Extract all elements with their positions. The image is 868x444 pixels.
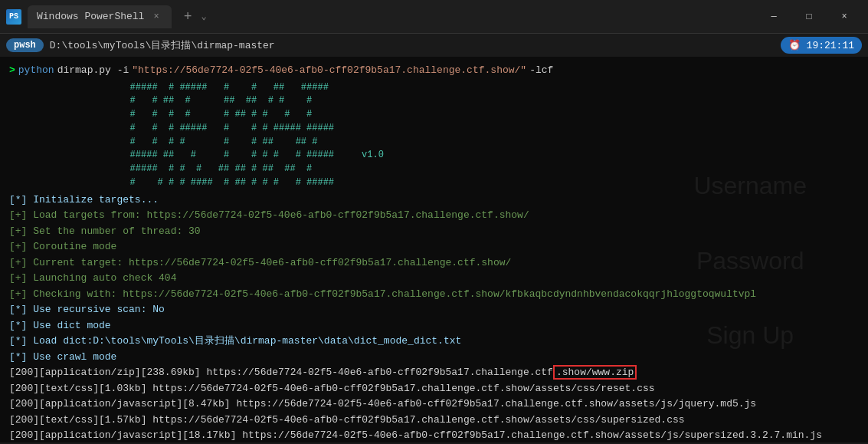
log-auto-check: [+] Launching auto check 404 <box>9 271 859 286</box>
title-bar: PS Windows PowerShell × + ⌄ ─ □ × <box>0 0 868 34</box>
app-icon: PS <box>6 9 21 25</box>
path-bar: pwsh D:\tools\myTools\目录扫描\dirmap-master… <box>0 34 868 57</box>
terminal-body[interactable]: Username Password Sign Up > python dirma… <box>0 57 868 442</box>
log-result-supersized-js: [200][application/javascript][18.17kb] h… <box>9 428 859 442</box>
tab-close-button[interactable]: × <box>150 10 162 24</box>
shell-label: pwsh <box>6 38 44 52</box>
log-result-jquery: [200][application/javascript][8.47kb] ht… <box>9 396 859 412</box>
log-result-supersized-css: [200][text/css][1.57kb] https://56de7724… <box>9 413 859 428</box>
close-button[interactable]: × <box>827 0 862 34</box>
tab-dropdown-button[interactable]: ⌄ <box>201 11 206 22</box>
log-result-zip: [200][application/zip][238.69kb] https:/… <box>9 365 859 380</box>
prompt-arrow: > <box>9 63 15 78</box>
log-checking: [+] Checking with: https://56de7724-02f5… <box>9 287 859 302</box>
log-init: [*] Initialize targets... <box>9 192 859 208</box>
maximize-button[interactable]: □ <box>791 0 827 34</box>
time-badge: ⏰ 19:21:11 <box>781 37 862 54</box>
log-dict-mode: [*] Use dict mode <box>9 318 859 334</box>
new-tab-button[interactable]: + <box>184 9 192 25</box>
title-bar-left: PS Windows PowerShell × + ⌄ <box>6 5 207 28</box>
log-no-recursive: [*] Use recursive scan: No <box>9 302 859 317</box>
tab-label: Windows PowerShell <box>37 11 144 22</box>
log-crawl-mode: [*] Use crawl mode <box>9 350 859 365</box>
command-line: > python dirmap.py -i "https://56de7724-… <box>9 63 859 78</box>
log-load-targets: [+] Load targets from: https://56de7724-… <box>9 208 859 223</box>
minimize-button[interactable]: ─ <box>756 0 791 34</box>
cmd-flags: -lcf <box>529 63 553 78</box>
cmd-args: dirmap.py -i <box>57 63 129 78</box>
cmd-url: "https://56de7724-02f5-40e6-afb0-cff02f9… <box>132 63 526 78</box>
log-current-target: [+] Current target: https://56de7724-02f… <box>9 255 859 271</box>
active-tab[interactable]: Windows PowerShell × <box>28 5 172 28</box>
log-dict-path: [*] Load dict:D:\tools\myTools\目录扫描\dirm… <box>9 334 859 349</box>
current-path: D:\tools\myTools\目录扫描\dirmap-master <box>50 38 275 52</box>
window-controls: ─ □ × <box>756 0 862 34</box>
log-thread: [+] Set the number of thread: 30 <box>9 224 859 239</box>
log-coroutine: [+] Coroutine mode <box>9 239 859 255</box>
ascii-art: ##### # ##### # # ## ##### # # ## # ## #… <box>9 81 859 189</box>
cmd-python: python <box>18 63 54 78</box>
log-result-reset-css: [200][text/css][1.03kb] https://56de7724… <box>9 381 859 396</box>
